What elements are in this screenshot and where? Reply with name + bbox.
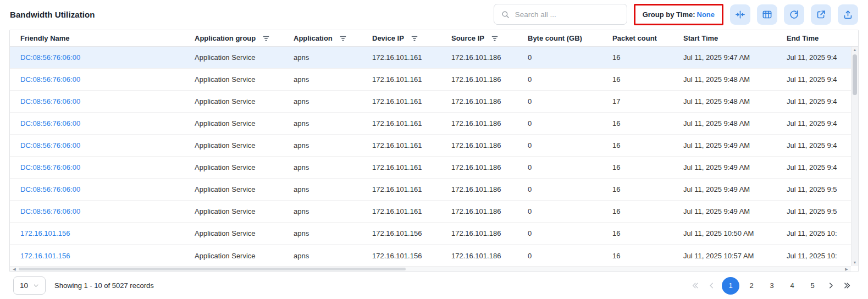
annotation-highlight-box: Group by Time:None [634, 4, 723, 25]
cell-application: apns [294, 97, 372, 106]
cell-friendly-name[interactable]: DC:08:56:76:06:00 [20, 207, 195, 215]
chevron-right-icon [826, 281, 836, 290]
cell-end-time: Jul 11, 2025 9:4 [787, 163, 851, 171]
table-row[interactable]: DC:08:56:76:06:00Application Serviceapns… [10, 179, 858, 201]
export-button[interactable] [838, 4, 858, 25]
scroll-down-arrow-icon[interactable]: ▼ [852, 259, 858, 266]
cell-friendly-name[interactable]: DC:08:56:76:06:00 [20, 97, 195, 106]
cell-application-group: Application Service [195, 53, 294, 62]
cell-application: apns [294, 141, 372, 150]
scroll-right-arrow-icon[interactable]: ▶ [843, 267, 850, 272]
columns-button[interactable] [757, 4, 777, 25]
cell-friendly-name[interactable]: 172.16.101.156 [20, 229, 195, 237]
group-by-time-button[interactable]: Group by Time:None [637, 7, 721, 23]
cell-application-group: Application Service [195, 141, 294, 150]
cell-application: apns [294, 252, 372, 260]
cell-packet-count: 16 [612, 141, 683, 150]
cell-packet-count: 17 [612, 97, 683, 106]
column-header-packet-count[interactable]: Packet count [612, 34, 683, 42]
table-row[interactable]: DC:08:56:76:06:00Application Serviceapns… [10, 157, 858, 179]
refresh-button[interactable] [784, 4, 804, 25]
cell-application: apns [294, 185, 372, 193]
horizontal-scrollbar[interactable]: ◀ ▶ [10, 266, 851, 272]
cell-byte-count: 0 [528, 141, 612, 150]
table-row[interactable]: 172.16.101.156Application Serviceapns172… [10, 245, 858, 267]
search-input[interactable] [515, 10, 620, 19]
scroll-up-arrow-icon[interactable]: ▲ [852, 47, 858, 53]
cell-friendly-name[interactable]: DC:08:56:76:06:00 [20, 163, 195, 171]
table-row[interactable]: DC:08:56:76:06:00Application Serviceapns… [10, 135, 858, 157]
next-page-button[interactable] [825, 281, 837, 290]
page-button-2[interactable]: 2 [743, 278, 760, 294]
column-header-end-time[interactable]: End Time [787, 34, 851, 42]
vertical-scrollbar-thumb[interactable] [853, 54, 857, 95]
cell-end-time: Jul 11, 2025 9:4 [787, 53, 851, 62]
cell-start-time: Jul 11, 2025 9:49 AM [683, 141, 787, 150]
cell-friendly-name[interactable]: DC:08:56:76:06:00 [20, 119, 195, 128]
cell-end-time: Jul 11, 2025 9:4 [787, 75, 851, 84]
search-box[interactable] [494, 4, 627, 25]
page-size-select[interactable]: 10 [13, 276, 46, 295]
table-row[interactable]: 172.16.101.156Application Serviceapns172… [10, 223, 858, 245]
fit-columns-button[interactable] [730, 4, 750, 25]
cell-packet-count: 16 [612, 252, 683, 260]
page-button-5[interactable]: 5 [804, 278, 821, 294]
open-external-button[interactable] [811, 4, 831, 25]
cell-application: apns [294, 75, 372, 84]
vertical-scrollbar[interactable]: ▲ ▼ [851, 47, 858, 266]
table-row[interactable]: DC:08:56:76:06:00Application Serviceapns… [10, 69, 858, 91]
column-header-friendly-name[interactable]: Friendly Name [20, 34, 195, 42]
cell-friendly-name[interactable]: DC:08:56:76:06:00 [20, 141, 195, 150]
horizontal-scrollbar-thumb[interactable] [19, 268, 406, 270]
open-external-icon [816, 9, 826, 20]
cell-device-ip: 172.16.101.161 [372, 75, 451, 84]
filter-icon[interactable] [339, 35, 347, 42]
column-header-label: End Time [787, 34, 819, 42]
cell-source-ip: 172.16.101.186 [451, 207, 528, 215]
cell-friendly-name[interactable]: DC:08:56:76:06:00 [20, 75, 195, 84]
last-page-button[interactable] [841, 281, 854, 290]
cell-source-ip: 172.16.101.186 [451, 252, 528, 260]
cell-packet-count: 16 [612, 207, 683, 215]
table-row[interactable]: DC:08:56:76:06:00Application Serviceapns… [10, 201, 858, 223]
page-button-1[interactable]: 1 [722, 277, 739, 295]
scroll-left-arrow-icon[interactable]: ◀ [11, 267, 18, 272]
chevron-left-icon [707, 281, 716, 290]
fit-columns-icon [735, 9, 745, 20]
cell-device-ip: 172.16.101.161 [372, 119, 451, 128]
cell-byte-count: 0 [528, 53, 612, 62]
column-header-start-time[interactable]: Start Time [683, 34, 787, 42]
cell-end-time: Jul 11, 2025 10: [787, 252, 851, 260]
cell-byte-count: 0 [528, 252, 612, 260]
cell-packet-count: 16 [612, 185, 683, 193]
column-header-application[interactable]: Application [294, 34, 372, 42]
table-row[interactable]: DC:08:56:76:06:00Application Serviceapns… [10, 47, 858, 69]
cell-end-time: Jul 11, 2025 9:5 [787, 207, 851, 215]
topbar-controls: Group by Time:None [494, 4, 858, 25]
column-header-label: Friendly Name [20, 34, 70, 42]
previous-page-button[interactable] [705, 281, 718, 290]
cell-device-ip: 172.16.101.161 [372, 185, 451, 193]
filter-icon[interactable] [491, 35, 499, 42]
first-page-button[interactable] [689, 281, 701, 290]
page-size-value: 10 [20, 281, 28, 290]
cell-friendly-name[interactable]: DC:08:56:76:06:00 [20, 53, 195, 62]
cell-device-ip: 172.16.101.161 [372, 141, 451, 150]
cell-friendly-name[interactable]: 172.16.101.156 [20, 252, 195, 260]
cell-application-group: Application Service [195, 252, 294, 260]
cell-device-ip: 172.16.101.156 [372, 252, 451, 260]
column-header-source-ip[interactable]: Source IP [451, 34, 528, 42]
cell-friendly-name[interactable]: DC:08:56:76:06:00 [20, 185, 195, 193]
export-icon [843, 9, 853, 20]
table-row[interactable]: DC:08:56:76:06:00Application Serviceapns… [10, 113, 858, 135]
table-row[interactable]: DC:08:56:76:06:00Application Serviceapns… [10, 91, 858, 113]
page-button-4[interactable]: 4 [784, 278, 800, 294]
page-button-3[interactable]: 3 [764, 278, 780, 294]
filter-icon[interactable] [262, 35, 270, 42]
toolbar-icons [730, 4, 858, 25]
filter-icon[interactable] [411, 35, 418, 42]
cell-device-ip: 172.16.101.161 [372, 97, 451, 106]
column-header-device-ip[interactable]: Device IP [372, 34, 451, 42]
column-header-byte-count-gb[interactable]: Byte count (GB) [528, 34, 612, 42]
column-header-application-group[interactable]: Application group [195, 34, 294, 42]
